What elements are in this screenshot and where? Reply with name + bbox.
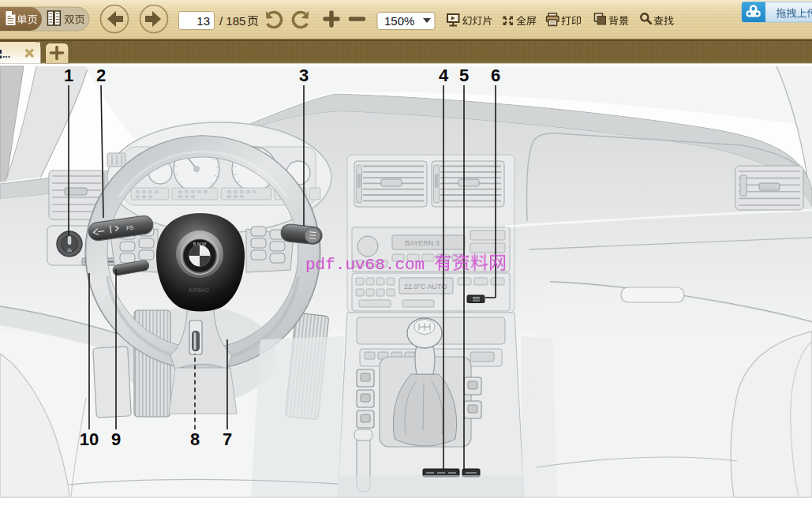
svg-text:22.0°C AUTO: 22.0°C AUTO <box>404 283 447 290</box>
svg-text:6: 6 <box>491 66 500 85</box>
svg-text:1: 1 <box>64 66 73 85</box>
svg-text:7: 7 <box>223 429 232 449</box>
svg-text:5: 5 <box>459 66 469 85</box>
svg-text:BAYERN 3: BAYERN 3 <box>405 239 440 247</box>
svg-text:13: 13 <box>196 14 210 28</box>
svg-text:150%: 150% <box>384 14 414 28</box>
svg-text:8: 8 <box>190 429 200 449</box>
svg-text:3: 3 <box>299 66 309 85</box>
svg-text:pdf.uv68.com: pdf.uv68.com <box>305 256 425 274</box>
svg-text:FS: FS <box>126 224 134 231</box>
svg-text:/ 185: / 185 <box>219 14 245 28</box>
svg-text:B M W: B M W <box>193 242 207 246</box>
svg-text:AIRBAG: AIRBAG <box>189 287 209 293</box>
svg-text:9: 9 <box>111 429 121 449</box>
svg-text:10: 10 <box>80 429 99 449</box>
svg-text:...: ... <box>2 49 10 60</box>
svg-text:2: 2 <box>96 66 106 85</box>
svg-text:4: 4 <box>439 66 449 85</box>
